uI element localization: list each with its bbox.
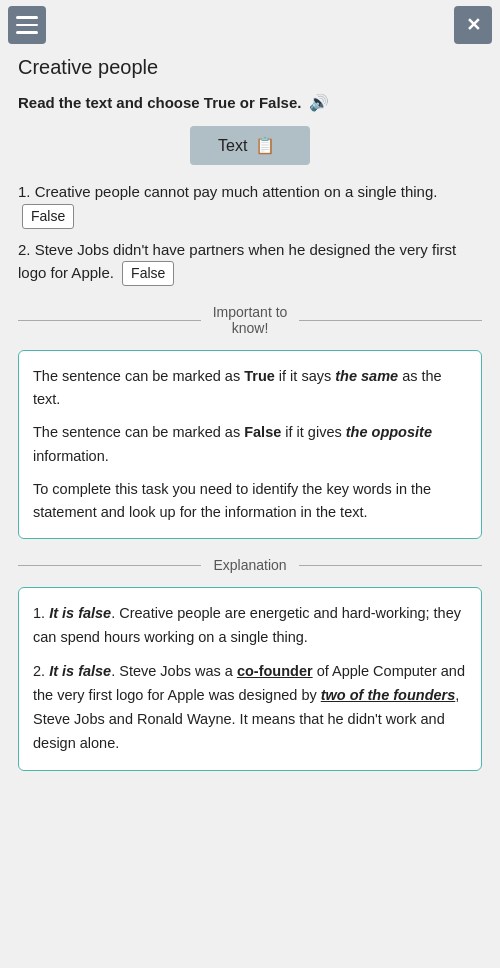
info-line-3: To complete this task you need to identi… [33, 478, 467, 524]
explanation-item-1: 1. It is false. Creative people are ener… [33, 602, 467, 650]
main-content: Creative people Read the text and choose… [0, 50, 500, 795]
instruction-row: Read the text and choose True or False. … [18, 93, 482, 112]
sound-icon[interactable]: 🔊 [309, 93, 329, 112]
instruction-text: Read the text and choose True or False. [18, 94, 301, 111]
menu-button[interactable] [8, 6, 46, 44]
question-1-text: Creative people cannot pay much attentio… [35, 183, 438, 200]
page-title: Creative people [18, 56, 482, 79]
explanation-divider-line-left [18, 565, 201, 566]
question-1-number: 1. [18, 183, 35, 200]
text-button-wrap: Text 📋 [18, 126, 482, 165]
notebook-icon: 📋 [255, 136, 275, 155]
info-box: The sentence can be marked as True if it… [18, 350, 482, 539]
info-line-2: The sentence can be marked as False if i… [33, 421, 467, 467]
question-2-number: 2. [18, 241, 35, 258]
important-divider: Important toknow! [18, 304, 482, 336]
question-2-text: Steve Jobs didn't have partners when he … [18, 241, 456, 282]
question-row: 1. Creative people cannot pay much atten… [18, 181, 482, 229]
explanation-item-2: 2. It is false. Steve Jobs was a co-foun… [33, 660, 467, 756]
explanation-box: 1. It is false. Creative people are ener… [18, 587, 482, 771]
question-row: 2. Steve Jobs didn't have partners when … [18, 239, 482, 287]
divider-line-left [18, 320, 201, 321]
important-label: Important toknow! [201, 304, 300, 336]
text-button[interactable]: Text 📋 [190, 126, 310, 165]
questions-section: 1. Creative people cannot pay much atten… [18, 181, 482, 286]
explanation-divider-line-right [299, 565, 482, 566]
explanation-label: Explanation [201, 557, 298, 573]
text-button-label: Text [218, 137, 247, 155]
explanation-divider: Explanation [18, 557, 482, 573]
top-bar: ✕ [0, 0, 500, 50]
question-1-answer: False [22, 204, 74, 229]
divider-line-right [299, 320, 482, 321]
close-button[interactable]: ✕ [454, 6, 492, 44]
info-line-1: The sentence can be marked as True if it… [33, 365, 467, 411]
question-2-answer: False [122, 261, 174, 286]
